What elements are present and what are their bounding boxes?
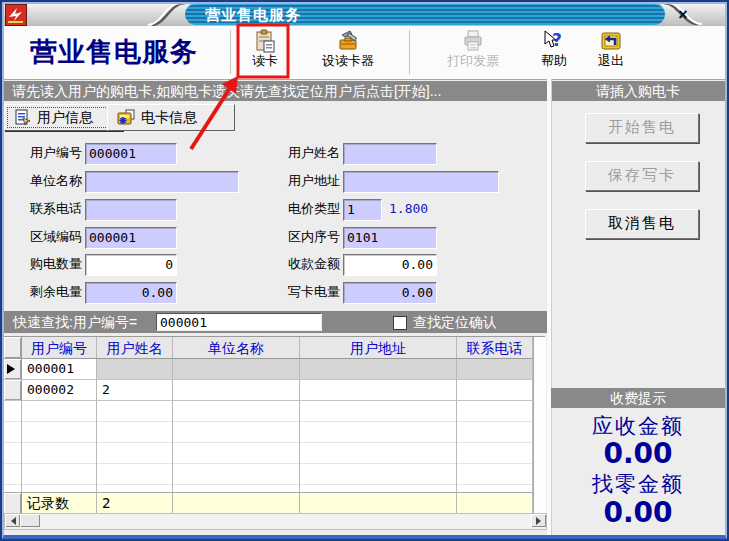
- table-cell[interactable]: 000001: [22, 359, 97, 380]
- tab-label: 用户信息: [37, 109, 93, 127]
- unit-name-field[interactable]: [85, 171, 239, 193]
- phone-field[interactable]: [85, 199, 177, 221]
- table-empty-area: [4, 401, 22, 492]
- field-label: 剩余电量: [18, 282, 82, 302]
- table-cell[interactable]: [300, 380, 457, 401]
- area-code-field[interactable]: [85, 227, 177, 249]
- set-reader-icon: [336, 29, 360, 53]
- scroll-right-button[interactable]: [531, 514, 546, 527]
- print-invoice-icon: [461, 29, 485, 53]
- fee-notice-header: 收费提示: [551, 388, 725, 408]
- footer-cell: [173, 492, 300, 514]
- buy-qty-field[interactable]: [85, 254, 177, 276]
- table-empty-area: [457, 401, 533, 492]
- price-value: 1.800: [389, 199, 428, 219]
- quick-search-bar: 快速查找:用户编号= 查找定位确认: [4, 311, 547, 333]
- title-pill: 营业售电服务: [185, 3, 665, 25]
- read-card-button[interactable]: 读卡: [241, 29, 289, 77]
- user-name-field[interactable]: [343, 143, 437, 165]
- toolbar: 营业售电服务 读卡 设读卡器: [2, 26, 727, 80]
- titlebar: 营业售电服务 ×: [2, 2, 727, 26]
- table-horizontal-scrollbar[interactable]: [4, 513, 547, 530]
- table-cell[interactable]: [97, 359, 173, 380]
- field-label: 收款金额: [276, 254, 340, 274]
- print-invoice-button[interactable]: 打印发票: [426, 29, 520, 77]
- user-addr-field[interactable]: [343, 171, 499, 193]
- change-amount-value: 0.00: [551, 496, 725, 529]
- card-info-tab-icon: [117, 109, 135, 126]
- user-info-tab-icon: [14, 109, 31, 126]
- tab-card-info[interactable]: 电卡信息: [107, 104, 235, 131]
- toolbar-separator: [409, 30, 410, 74]
- instruction-statusbar: 请先读入用户的购电卡,如购电卡遗失请先查找定位用户后点击[开始]...: [4, 81, 547, 101]
- field-label: 区域编码: [18, 227, 82, 247]
- user-table: 用户编号 用户姓名 单位名称 用户地址 联系电话 000001 000002 2…: [4, 336, 545, 514]
- field-label: 用户姓名: [276, 143, 340, 163]
- write-qty-field[interactable]: [343, 282, 437, 304]
- quick-search-label: 快速查找:用户编号=: [13, 311, 137, 333]
- remain-qty-field[interactable]: [85, 282, 177, 304]
- help-button[interactable]: ? 帮助: [528, 29, 580, 77]
- receivable-amount-value: 0.00: [551, 437, 725, 470]
- exit-button[interactable]: 退出: [585, 29, 637, 77]
- change-amount-label: 找零金额: [551, 470, 725, 498]
- table-cell[interactable]: [457, 380, 533, 401]
- row-selector[interactable]: [4, 359, 22, 380]
- window-title: 营业售电服务: [205, 6, 301, 25]
- scroll-right-icon: [536, 517, 545, 525]
- instruction-text: 请先读入用户的购电卡,如购电卡遗失请先查找定位用户后点击[开始]...: [4, 83, 441, 99]
- row-selector-icon: [7, 364, 20, 374]
- amount-field[interactable]: [343, 254, 437, 276]
- tab-user-info[interactable]: 用户信息: [4, 104, 123, 131]
- footer-cell: [300, 492, 457, 514]
- save-write-card-button[interactable]: 保存写卡: [585, 161, 699, 191]
- scroll-left-icon: [7, 517, 16, 525]
- read-card-icon: [253, 29, 277, 53]
- column-header[interactable]: 用户姓名: [97, 337, 173, 359]
- column-header[interactable]: 用户编号: [22, 337, 97, 359]
- table-cell[interactable]: [300, 359, 457, 380]
- field-label: 联系电话: [18, 199, 82, 219]
- footer-selector-cell: [4, 492, 22, 514]
- tab-label: 电卡信息: [141, 109, 197, 127]
- table-cell[interactable]: 2: [97, 380, 173, 401]
- field-label: 用户地址: [276, 171, 340, 191]
- table-empty-area: [22, 401, 97, 492]
- close-button[interactable]: ×: [673, 5, 693, 24]
- table-cell[interactable]: [173, 380, 300, 401]
- field-label: 写卡电量: [276, 282, 340, 302]
- help-icon: ?: [542, 29, 566, 53]
- price-type-field[interactable]: [343, 199, 382, 221]
- cancel-sale-button[interactable]: 取消售电: [585, 209, 699, 239]
- quick-search-input[interactable]: [156, 313, 322, 331]
- table-cell[interactable]: 000002: [22, 380, 97, 401]
- table-cell[interactable]: [173, 359, 300, 380]
- field-label: 购电数量: [18, 254, 82, 274]
- column-header[interactable]: 单位名称: [173, 337, 300, 359]
- table-cell[interactable]: [457, 359, 533, 380]
- locate-confirm-checkbox[interactable]: [393, 316, 407, 330]
- table-empty-area: [300, 401, 457, 492]
- receivable-amount-label: 应收金额: [551, 412, 725, 440]
- table-vertical-scrollbar[interactable]: [533, 337, 546, 514]
- table-corner-cell: [4, 337, 22, 359]
- start-sale-button[interactable]: 开始售电: [585, 113, 699, 143]
- record-count-label: 记录数: [22, 492, 97, 514]
- area-seq-field[interactable]: [343, 227, 437, 249]
- column-header[interactable]: 联系电话: [457, 337, 533, 359]
- page-title: 营业售电服务: [30, 34, 198, 70]
- field-label: 电价类型: [276, 199, 340, 219]
- row-selector[interactable]: [4, 380, 22, 401]
- set-reader-button[interactable]: 设读卡器: [302, 29, 394, 77]
- exit-icon: [599, 29, 623, 53]
- table-empty-area: [97, 401, 173, 492]
- field-label: 区内序号: [276, 227, 340, 247]
- toolbar-separator: [230, 30, 231, 74]
- record-count-value: 2: [97, 492, 173, 514]
- scroll-left-button[interactable]: [5, 514, 20, 527]
- scrollbar-thumb[interactable]: [20, 514, 40, 527]
- footer-cell: [457, 492, 533, 514]
- column-header[interactable]: 用户地址: [300, 337, 457, 359]
- insert-card-prompt: 请插入购电卡: [551, 81, 725, 101]
- user-no-field[interactable]: [85, 143, 177, 165]
